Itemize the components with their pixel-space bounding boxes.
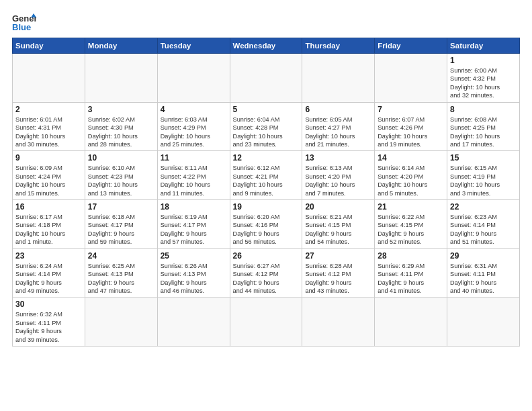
calendar-cell <box>302 54 375 103</box>
calendar-cell: 16Sunrise: 6:17 AM Sunset: 4:18 PM Dayli… <box>13 200 85 249</box>
day-info: Sunrise: 6:29 AM Sunset: 4:11 PM Dayligh… <box>378 262 444 295</box>
calendar-cell: 3Sunrise: 6:02 AM Sunset: 4:30 PM Daylig… <box>85 102 157 151</box>
calendar-cell: 24Sunrise: 6:25 AM Sunset: 4:13 PM Dayli… <box>85 248 157 298</box>
weekday-header-sunday: Sunday <box>13 38 85 54</box>
day-info: Sunrise: 6:10 AM Sunset: 4:23 PM Dayligh… <box>88 164 154 197</box>
calendar-cell: 28Sunrise: 6:29 AM Sunset: 4:11 PM Dayli… <box>375 248 447 298</box>
day-info: Sunrise: 6:14 AM Sunset: 4:20 PM Dayligh… <box>378 164 444 197</box>
week-row-1: 1Sunrise: 6:00 AM Sunset: 4:32 PM Daylig… <box>13 54 520 103</box>
day-number: 5 <box>233 105 300 114</box>
day-info: Sunrise: 6:15 AM Sunset: 4:19 PM Dayligh… <box>450 164 517 197</box>
day-info: Sunrise: 6:12 AM Sunset: 4:21 PM Dayligh… <box>233 164 300 197</box>
day-info: Sunrise: 6:27 AM Sunset: 4:12 PM Dayligh… <box>233 262 300 295</box>
calendar-cell: 5Sunrise: 6:04 AM Sunset: 4:28 PM Daylig… <box>230 102 302 151</box>
logo-icon: General Blue <box>12 12 36 32</box>
day-number: 25 <box>161 251 227 261</box>
svg-text:Blue: Blue <box>12 22 31 32</box>
calendar-cell: 15Sunrise: 6:15 AM Sunset: 4:19 PM Dayli… <box>447 151 520 200</box>
logo: General Blue <box>12 12 42 32</box>
calendar-cell: 29Sunrise: 6:31 AM Sunset: 4:11 PM Dayli… <box>447 248 520 298</box>
week-row-6: 30Sunrise: 6:32 AM Sunset: 4:11 PM Dayli… <box>13 298 520 347</box>
day-info: Sunrise: 6:31 AM Sunset: 4:11 PM Dayligh… <box>450 262 517 295</box>
day-number: 15 <box>450 153 517 163</box>
day-number: 22 <box>450 202 517 212</box>
calendar-cell: 30Sunrise: 6:32 AM Sunset: 4:11 PM Dayli… <box>13 298 85 347</box>
calendar-cell <box>85 54 157 103</box>
day-number: 1 <box>450 56 517 65</box>
day-info: Sunrise: 6:23 AM Sunset: 4:14 PM Dayligh… <box>450 213 517 246</box>
calendar-cell: 27Sunrise: 6:28 AM Sunset: 4:12 PM Dayli… <box>302 248 375 298</box>
day-info: Sunrise: 6:00 AM Sunset: 4:32 PM Dayligh… <box>450 66 517 100</box>
day-number: 26 <box>233 251 300 261</box>
calendar-cell <box>302 298 375 347</box>
day-info: Sunrise: 6:02 AM Sunset: 4:30 PM Dayligh… <box>88 116 154 149</box>
day-info: Sunrise: 6:21 AM Sunset: 4:15 PM Dayligh… <box>305 213 371 246</box>
calendar-cell: 18Sunrise: 6:19 AM Sunset: 4:17 PM Dayli… <box>157 200 230 249</box>
day-number: 29 <box>450 251 517 261</box>
day-number: 14 <box>378 153 444 163</box>
weekday-header-row: SundayMondayTuesdayWednesdayThursdayFrid… <box>13 38 520 54</box>
day-number: 16 <box>15 202 82 212</box>
day-info: Sunrise: 6:04 AM Sunset: 4:28 PM Dayligh… <box>233 116 300 149</box>
calendar-cell: 17Sunrise: 6:18 AM Sunset: 4:17 PM Dayli… <box>85 200 157 249</box>
week-row-3: 9Sunrise: 6:09 AM Sunset: 4:24 PM Daylig… <box>13 151 520 200</box>
day-number: 18 <box>161 202 227 212</box>
day-info: Sunrise: 6:32 AM Sunset: 4:11 PM Dayligh… <box>15 310 82 344</box>
calendar-cell: 4Sunrise: 6:03 AM Sunset: 4:29 PM Daylig… <box>157 102 230 151</box>
weekday-header-wednesday: Wednesday <box>230 38 302 54</box>
day-number: 4 <box>161 105 227 114</box>
day-info: Sunrise: 6:07 AM Sunset: 4:26 PM Dayligh… <box>378 116 444 149</box>
week-row-4: 16Sunrise: 6:17 AM Sunset: 4:18 PM Dayli… <box>13 200 520 249</box>
weekday-header-friday: Friday <box>375 38 447 54</box>
weekday-header-tuesday: Tuesday <box>157 38 230 54</box>
day-number: 21 <box>378 202 444 212</box>
calendar-cell: 11Sunrise: 6:11 AM Sunset: 4:22 PM Dayli… <box>157 151 230 200</box>
calendar-cell: 26Sunrise: 6:27 AM Sunset: 4:12 PM Dayli… <box>230 248 302 298</box>
calendar-cell <box>85 298 157 347</box>
calendar-cell: 21Sunrise: 6:22 AM Sunset: 4:15 PM Dayli… <box>375 200 447 249</box>
day-number: 10 <box>88 153 154 163</box>
day-number: 6 <box>305 105 371 114</box>
day-info: Sunrise: 6:24 AM Sunset: 4:14 PM Dayligh… <box>15 262 82 295</box>
day-number: 9 <box>15 153 82 163</box>
day-number: 19 <box>233 202 300 212</box>
calendar-cell <box>157 54 230 103</box>
day-number: 13 <box>305 153 371 163</box>
day-info: Sunrise: 6:09 AM Sunset: 4:24 PM Dayligh… <box>15 164 82 197</box>
calendar-cell: 6Sunrise: 6:05 AM Sunset: 4:27 PM Daylig… <box>302 102 375 151</box>
calendar-cell: 8Sunrise: 6:08 AM Sunset: 4:25 PM Daylig… <box>447 102 520 151</box>
weekday-header-saturday: Saturday <box>447 38 520 54</box>
calendar-cell <box>447 298 520 347</box>
calendar-cell <box>157 298 230 347</box>
calendar-cell <box>13 54 85 103</box>
day-number: 7 <box>378 105 444 114</box>
day-number: 24 <box>88 251 154 261</box>
day-info: Sunrise: 6:03 AM Sunset: 4:29 PM Dayligh… <box>161 116 227 149</box>
day-number: 8 <box>450 105 517 114</box>
calendar-cell: 22Sunrise: 6:23 AM Sunset: 4:14 PM Dayli… <box>447 200 520 249</box>
day-number: 23 <box>15 251 82 261</box>
calendar-page: General Blue SundayMondayTuesdayWednesda… <box>0 0 532 411</box>
calendar-cell: 23Sunrise: 6:24 AM Sunset: 4:14 PM Dayli… <box>13 248 85 298</box>
day-number: 30 <box>15 300 82 309</box>
calendar-cell <box>375 298 447 347</box>
day-info: Sunrise: 6:20 AM Sunset: 4:16 PM Dayligh… <box>233 213 300 246</box>
calendar-cell: 25Sunrise: 6:26 AM Sunset: 4:13 PM Dayli… <box>157 248 230 298</box>
day-info: Sunrise: 6:13 AM Sunset: 4:20 PM Dayligh… <box>305 164 371 197</box>
header: General Blue <box>12 12 520 32</box>
day-number: 11 <box>161 153 227 163</box>
calendar-cell: 20Sunrise: 6:21 AM Sunset: 4:15 PM Dayli… <box>302 200 375 249</box>
calendar-table: SundayMondayTuesdayWednesdayThursdayFrid… <box>12 38 520 347</box>
day-number: 12 <box>233 153 300 163</box>
day-number: 27 <box>305 251 371 261</box>
day-info: Sunrise: 6:28 AM Sunset: 4:12 PM Dayligh… <box>305 262 371 295</box>
week-row-2: 2Sunrise: 6:01 AM Sunset: 4:31 PM Daylig… <box>13 102 520 151</box>
weekday-header-thursday: Thursday <box>302 38 375 54</box>
day-number: 17 <box>88 202 154 212</box>
day-number: 2 <box>15 105 82 114</box>
day-info: Sunrise: 6:26 AM Sunset: 4:13 PM Dayligh… <box>161 262 227 295</box>
day-info: Sunrise: 6:11 AM Sunset: 4:22 PM Dayligh… <box>161 164 227 197</box>
day-number: 20 <box>305 202 371 212</box>
day-info: Sunrise: 6:25 AM Sunset: 4:13 PM Dayligh… <box>88 262 154 295</box>
day-number: 28 <box>378 251 444 261</box>
